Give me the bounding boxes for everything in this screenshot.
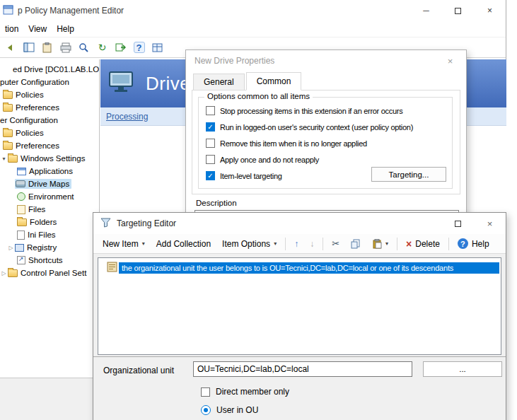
copy-button[interactable] [346, 237, 366, 251]
menu-item-help[interactable]: Help [52, 21, 79, 37]
toolbar-separator [285, 238, 286, 250]
toolbar-separator [448, 238, 449, 250]
refresh-button[interactable]: ↻ [94, 40, 110, 56]
paste-icon [372, 239, 382, 249]
close-button[interactable]: × [474, 213, 506, 234]
maximize-button[interactable] [442, 213, 474, 234]
clipboard-icon [42, 42, 52, 53]
tab-general[interactable]: General [193, 74, 245, 91]
option-label: Remove this item when it is no longer ap… [220, 139, 367, 148]
shortcut-icon [17, 256, 25, 264]
new-item-button[interactable]: New Item ▾ [98, 237, 150, 251]
help-button[interactable]: ? Help [453, 236, 494, 251]
tree-item-environment[interactable]: Environment [0, 190, 99, 203]
option-item-level-targeting[interactable]: Item-level targeting [206, 171, 282, 180]
tree-item-mapped-drive[interactable]: ed Drive [DC01.LAB.LOCA [0, 63, 99, 76]
move-down-button[interactable]: ↓ [305, 237, 319, 251]
applications-icon [17, 168, 26, 175]
organizational-unit-input[interactable] [193, 361, 412, 377]
option-remove-item[interactable]: Remove this item when it is no longer ap… [206, 139, 367, 148]
close-button[interactable]: × [434, 50, 466, 71]
run-user-context-checkbox[interactable] [206, 122, 215, 132]
tab-common[interactable]: Common [246, 72, 302, 91]
item-level-targeting-checkbox[interactable] [206, 171, 215, 180]
print-button[interactable] [57, 40, 74, 56]
help-icon: ? [458, 238, 468, 249]
item-options-button[interactable]: Item Options ▾ [217, 237, 281, 251]
tree-item-label: Preferences [16, 141, 59, 150]
clipboard-button[interactable] [39, 40, 55, 56]
chevron-down-icon: ▾ [142, 240, 145, 247]
expand-icon[interactable]: ▷ [7, 245, 15, 251]
tree-item-preferences-computer[interactable]: Preferences [0, 101, 99, 114]
tree-item-windows-settings[interactable]: ▾ Windows Settings [0, 152, 99, 165]
user-in-ou-radio[interactable] [201, 405, 211, 415]
back-button[interactable] [2, 40, 18, 56]
tree-item-computer-configuration[interactable]: puter Configuration [0, 76, 99, 88]
menu-item-view[interactable]: View [23, 21, 52, 37]
properties-dialog-title: New Drive Properties [194, 56, 274, 66]
collapse-icon[interactable]: ▾ [0, 156, 8, 162]
tree-item-folders[interactable]: Folders [0, 216, 99, 228]
ou-rule-icon [107, 262, 117, 274]
tree-item-drive-maps[interactable]: Drive Maps [0, 177, 99, 190]
cut-button[interactable]: ✂ [327, 236, 344, 251]
tree-item-ini-files[interactable]: Ini Files [0, 228, 99, 241]
drive-maps-icon [16, 180, 25, 187]
tree-item-control-panel-settings[interactable]: ▷ Control Panel Sett [0, 267, 99, 279]
tree-item-applications[interactable]: Applications [0, 165, 99, 177]
folder-icon [3, 142, 13, 150]
browse-button[interactable]: ... [423, 361, 502, 377]
option-label: Run in logged-on user's security context… [220, 123, 413, 132]
properties-titlebar: New Drive Properties × [186, 50, 466, 71]
minimize-button[interactable]: ─ [410, 0, 442, 21]
option-run-user-context[interactable]: Run in logged-on user's security context… [206, 122, 413, 132]
tree-item-preferences-user[interactable]: Preferences [0, 139, 99, 152]
remove-item-checkbox[interactable] [206, 139, 215, 148]
folder-icon [8, 269, 18, 277]
menu-bar: tion View Help [0, 21, 506, 37]
window-title: p Policy Management Editor [18, 6, 124, 16]
registry-icon [15, 244, 24, 252]
tree-item-user-configuration[interactable]: er Configuration [0, 114, 99, 127]
tree-item-label: Drive Maps [28, 180, 69, 188]
tree-item-shortcuts[interactable]: Shortcuts [0, 254, 99, 267]
tree-item-label: Environment [28, 192, 74, 201]
targeting-item-list[interactable]: the organizational unit the user belongs… [98, 257, 501, 355]
tree-item-registry[interactable]: ▷ Registry [0, 241, 99, 254]
refresh-icon: ↻ [98, 42, 107, 53]
add-collection-label: Add Collection [156, 239, 211, 249]
stop-processing-checkbox[interactable] [206, 106, 215, 115]
targeting-rule-item[interactable]: the organizational unit the user belongs… [98, 262, 501, 274]
targeting-button[interactable]: Targeting... [371, 167, 446, 182]
delete-button[interactable]: × Delete [401, 237, 445, 251]
add-collection-button[interactable]: Add Collection [151, 237, 216, 251]
tree-item-policies-user[interactable]: Policies [0, 127, 99, 139]
option-label: Apply once and do not reapply [220, 156, 319, 164]
export-list-button[interactable] [112, 40, 129, 56]
new-drive-properties-dialog: New Drive Properties × General Common Op… [185, 49, 467, 228]
properties-tabs: General Common [193, 74, 303, 91]
option-stop-processing[interactable]: Stop processing items in this extension … [206, 106, 402, 115]
expand-icon[interactable]: ▷ [0, 270, 8, 276]
search-button[interactable] [76, 40, 92, 56]
cut-icon: ✂ [332, 238, 339, 249]
tree-item-policies-computer[interactable]: Policies [0, 88, 99, 101]
direct-member-checkbox[interactable] [201, 387, 210, 397]
option-apply-once[interactable]: Apply once and do not reapply [206, 155, 319, 164]
tree-item-label: Policies [16, 91, 44, 99]
help-button[interactable]: ? [131, 40, 147, 56]
apply-once-checkbox[interactable] [206, 155, 215, 164]
extended-view-button[interactable] [149, 40, 165, 56]
maximize-button[interactable] [442, 0, 474, 21]
menu-item-action[interactable]: tion [0, 21, 23, 37]
close-button[interactable]: × [474, 0, 506, 21]
console-tree-button[interactable] [21, 40, 37, 56]
user-in-ou-row[interactable]: User in OU [201, 405, 258, 415]
move-up-button[interactable]: ↑ [289, 237, 303, 251]
direct-member-row[interactable]: Direct member only [201, 387, 289, 397]
paste-button[interactable]: ▾ [367, 237, 393, 251]
processing-column-link[interactable]: Processing [106, 112, 148, 122]
tree-item-files[interactable]: Files [0, 203, 99, 216]
targeting-toolbar: New Item ▾ Add Collection Item Options ▾… [93, 234, 506, 254]
